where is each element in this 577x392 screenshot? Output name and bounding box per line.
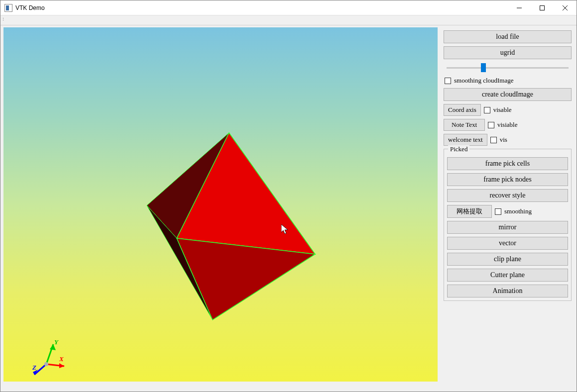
main-content: Z X Y load file ugrid smoothing cloudIma… [0,25,577,392]
vector-button[interactable]: vector [447,237,568,250]
slider-track [447,67,569,69]
window-controls [508,0,577,15]
smoothing-cloud-label: smoothing cloudImage [454,77,514,85]
coord-axis-check-label: visable [493,106,512,114]
recover-style-button[interactable]: recover style [447,189,568,202]
axis-widget: Z X Y [31,326,76,377]
3d-viewport[interactable]: Z X Y [3,27,438,382]
minimize-button[interactable] [508,0,531,15]
smoothing-cloud-checkbox[interactable] [445,78,451,84]
animation-button[interactable]: Animation [447,285,568,297]
smoothing-cloud-row: smoothing cloudImage [444,76,572,85]
picked-group-label: Picked [448,145,469,153]
coord-axis-checkbox[interactable] [484,107,490,113]
svg-marker-8 [281,224,288,234]
svg-point-18 [44,362,48,366]
maximize-button[interactable] [531,0,554,15]
note-text-button[interactable]: Note Text [444,119,485,131]
slider-thumb[interactable] [481,63,486,72]
menubar: : [0,15,577,25]
octahedron-shape [138,104,317,323]
mesh-smoothing-checkbox[interactable] [495,208,501,215]
coord-axis-row: Coord axis visable [444,104,572,116]
svg-rect-1 [540,5,545,10]
welcome-text-button[interactable]: welcome text [444,134,487,146]
create-cloud-button[interactable]: create cloudImage [444,88,572,101]
mesh-smoothing-label: smoothing [504,207,532,215]
window-title: VTK Demo [15,4,508,11]
cursor-icon [281,224,290,235]
frame-pick-nodes-button[interactable]: frame pick nodes [447,173,568,186]
welcome-text-checkbox[interactable] [490,137,497,143]
slider[interactable] [444,62,572,73]
coord-axis-button[interactable]: Coord axis [444,104,481,116]
app-icon [4,4,12,12]
mirror-button[interactable]: mirror [447,221,568,234]
mesh-extract-row: 网格提取 smoothing [447,205,568,218]
svg-text:X: X [59,355,64,363]
svg-text:Y: Y [54,338,59,346]
welcome-text-row: welcome text vis [444,134,572,146]
note-text-row: Note Text visiable [444,119,572,131]
note-text-check-label: visiable [497,121,517,129]
ugrid-button[interactable]: ugrid [444,46,572,59]
mesh-extract-button[interactable]: 网格提取 [447,205,492,218]
clip-plane-button[interactable]: clip plane [447,253,568,266]
note-text-checkbox[interactable] [488,122,494,128]
cutter-plane-button[interactable]: Cutter plane [447,269,568,282]
frame-pick-cells-button[interactable]: frame pick cells [447,157,568,170]
welcome-text-check-label: vis [500,136,507,144]
sidebar: load file ugrid smoothing cloudImage cre… [444,27,574,389]
picked-group: Picked frame pick cells frame pick nodes… [444,149,572,301]
load-file-button[interactable]: load file [444,30,572,43]
svg-text:Z: Z [32,364,36,371]
close-button[interactable] [554,0,577,15]
titlebar: VTK Demo [0,0,577,15]
